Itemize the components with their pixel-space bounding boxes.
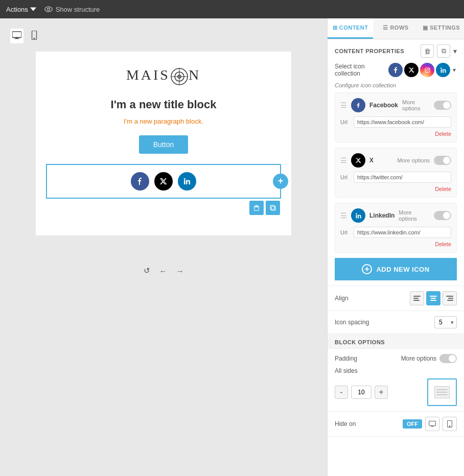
facebook-url-label: Url	[340, 119, 351, 125]
align-label: Align	[335, 295, 349, 302]
undo-icon-btn[interactable]: ↺	[142, 264, 152, 277]
linkedin-entry-name: LinkedIn	[369, 212, 395, 219]
padding-minus-btn[interactable]: -	[335, 386, 348, 399]
linkedin-toggle[interactable]	[434, 211, 451, 220]
padding-section: Padding More options All sides - +	[328, 349, 464, 412]
padding-value-input[interactable]	[351, 386, 372, 399]
hide-desktop-btn[interactable]	[425, 417, 439, 431]
linkedin-delete-btn[interactable]: Delete	[340, 241, 451, 247]
add-new-icon-btn[interactable]: + ADD NEW ICON	[335, 258, 457, 280]
canvas-frame: MAIS N I'm a new title block I'm a new p…	[36, 52, 291, 235]
align-right-btn[interactable]	[443, 291, 457, 305]
icon-spacing-row: Icon spacing 5 10 15 20	[328, 311, 464, 334]
collection-li-btn[interactable]	[436, 63, 450, 77]
svg-rect-30	[431, 298, 436, 299]
facebook-entry-icon	[351, 98, 365, 112]
hide-off-badge[interactable]: OFF	[403, 419, 422, 429]
canvas-area: MAIS N I'm a new title block I'm a new p…	[0, 18, 327, 476]
facebook-toggle[interactable]	[434, 101, 451, 110]
desktop-icon	[12, 31, 21, 40]
grid-icon: ⊞	[333, 25, 339, 31]
x-icon[interactable]	[154, 172, 173, 191]
add-icon-plus-btn[interactable]: +	[273, 174, 288, 189]
align-left-btn[interactable]	[410, 291, 424, 305]
canvas-button[interactable]: Button	[139, 135, 188, 154]
icon-entry-x: ☰ X More options Url Delete	[335, 148, 457, 198]
show-structure-btn[interactable]: Show structure	[44, 5, 100, 13]
back-btn[interactable]: ←	[157, 265, 169, 277]
tab-content[interactable]: ⊞ CONTENT	[328, 18, 373, 39]
drag-handle-facebook[interactable]: ☰	[340, 101, 347, 109]
canvas-title: I'm a new title block	[111, 98, 217, 111]
facebook-url-input[interactable]	[354, 116, 451, 128]
linkedin-url-input[interactable]	[354, 227, 451, 238]
align-left-icon	[413, 295, 421, 302]
canvas-paragraph: I'm a new paragraph block.	[124, 117, 203, 125]
copy-content-btn[interactable]: ⧉	[437, 44, 450, 58]
facebook-more-options[interactable]: More options	[402, 99, 430, 111]
tab-settings[interactable]: ▣ SETTINGS	[419, 18, 464, 39]
x-entry-icon	[351, 153, 365, 168]
drag-handle-linkedin[interactable]: ☰	[340, 211, 347, 220]
icon-block-delete-btn[interactable]	[249, 201, 264, 215]
collection-x-btn[interactable]	[404, 63, 419, 77]
svg-rect-2	[12, 32, 21, 38]
linkedin-toggle-knob	[443, 212, 450, 219]
padding-line-1	[436, 389, 448, 390]
x-url-label: Url	[340, 174, 351, 180]
svg-rect-34	[447, 300, 453, 301]
icon-spacing-select[interactable]: 5 10 15 20	[434, 316, 457, 328]
svg-point-1	[47, 8, 50, 11]
icon-spacing-label: Icon spacing	[335, 319, 369, 326]
collection-chevron-btn[interactable]: ▾	[452, 65, 457, 75]
align-center-btn[interactable]	[426, 291, 440, 305]
show-structure-label: Show structure	[56, 6, 100, 13]
icon-block: +	[46, 164, 281, 199]
svg-rect-12	[184, 180, 185, 184]
facebook-toggle-knob	[443, 102, 450, 109]
svg-point-23	[440, 67, 442, 68]
padding-lines	[436, 389, 448, 395]
facebook-icon[interactable]	[131, 172, 149, 191]
actions-menu[interactable]: Actions	[6, 6, 36, 13]
padding-toggle[interactable]	[439, 354, 457, 363]
padding-label: Padding	[335, 355, 357, 362]
delete-content-btn[interactable]: 🗑	[421, 44, 434, 58]
tab-rows[interactable]: ☰ ROWS	[373, 18, 419, 39]
collapse-content-btn[interactable]: ▾	[453, 47, 457, 55]
collection-ig-btn[interactable]	[420, 63, 434, 77]
linkedin-entry-icon	[351, 208, 365, 223]
mobile-hide-icon	[447, 420, 452, 427]
icon-block-copy-btn[interactable]	[266, 201, 280, 215]
x-more-options[interactable]: More options	[397, 157, 430, 163]
padding-plus-btn[interactable]: +	[375, 386, 388, 399]
svg-rect-15	[255, 205, 258, 205]
facebook-entry-name: Facebook	[369, 102, 398, 109]
block-options-header: BLOCK OPTIONS	[328, 334, 464, 349]
hide-mobile-btn[interactable]	[443, 417, 457, 431]
facebook-delete-btn[interactable]: Delete	[340, 131, 451, 137]
svg-rect-35	[429, 421, 436, 426]
x-toggle-knob	[443, 157, 450, 164]
svg-point-25	[356, 213, 357, 214]
svg-rect-17	[271, 206, 275, 210]
forward-btn[interactable]: →	[174, 265, 186, 277]
svg-rect-18	[270, 205, 274, 209]
device-toolbar	[10, 29, 41, 43]
x-url-input[interactable]	[354, 172, 451, 183]
x-toggle[interactable]	[434, 156, 451, 165]
collection-fb-btn[interactable]	[388, 63, 403, 77]
svg-rect-3	[15, 38, 18, 39]
align-row: Align	[328, 286, 464, 311]
drag-handle-x[interactable]: ☰	[340, 156, 347, 164]
select-icon-collection-label: Select icon collection	[335, 63, 388, 77]
desktop-view-btn[interactable]	[10, 29, 24, 43]
linkedin-more-options[interactable]: More options	[399, 209, 430, 222]
linkedin-icon[interactable]	[178, 172, 196, 191]
mobile-view-btn[interactable]	[28, 29, 41, 43]
more-options-label: More options	[401, 355, 436, 362]
x-delete-btn[interactable]: Delete	[340, 186, 451, 192]
more-options-row: More options	[401, 354, 457, 363]
svg-point-37	[449, 426, 450, 427]
hide-on-label: Hide on	[335, 420, 356, 427]
